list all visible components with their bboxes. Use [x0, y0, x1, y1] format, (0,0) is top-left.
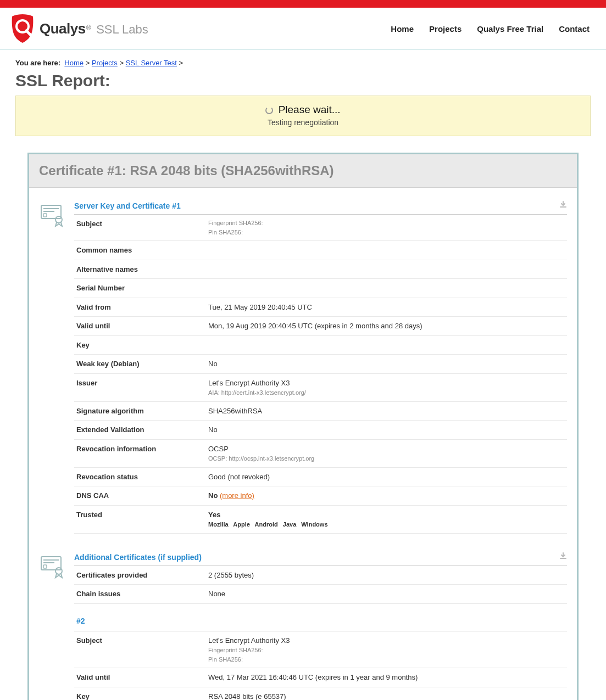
section-title: Server Key and Certificate #1: [74, 201, 181, 210]
revinfo-sub: OCSP: http://ocsp.int-x3.letsencrypt.org: [208, 454, 565, 463]
status-subtext: Testing renegotiation: [21, 118, 585, 127]
row-value: [206, 260, 567, 279]
trusted-android: Android: [255, 521, 278, 528]
cert2-number: #2: [76, 608, 565, 627]
table-row: Trusted Yes Mozilla Apple Android Java W…: [74, 505, 567, 533]
breadcrumb: You are here: Home > Projects > SSL Serv…: [15, 59, 591, 67]
row-label: Alternative names: [74, 260, 206, 279]
spinner-icon: [265, 107, 273, 114]
row-label-trusted: Trusted: [74, 505, 206, 533]
status-box: Please wait... Testing renegotiation: [15, 96, 591, 136]
trusted-java: Java: [283, 521, 296, 528]
status-wait-text: Please wait...: [279, 104, 341, 115]
subject-value: Let's Encrypt Authority X3: [208, 635, 565, 646]
dnscaa-value: No: [208, 491, 218, 500]
row-label: Weak key (Debian): [74, 355, 206, 374]
nav-projects[interactable]: Projects: [429, 24, 462, 33]
subject-fingerprint: Fingerprint SHA256:: [208, 646, 565, 655]
row-label: Valid until: [74, 317, 206, 336]
subject-fingerprint: Fingerprint SHA256:: [208, 219, 565, 228]
breadcrumb-ssltest[interactable]: SSL Server Test: [126, 59, 177, 67]
dnscaa-more-info-link[interactable]: (more info): [220, 491, 254, 500]
row-label: Serial Number: [74, 279, 206, 298]
svg-rect-9: [43, 565, 47, 568]
header: Qualys® SSL Labs Home Projects Qualys Fr…: [0, 8, 606, 50]
table-row: #2: [74, 603, 567, 631]
nav-home[interactable]: Home: [391, 24, 414, 33]
row-value: [206, 335, 567, 355]
brand-name: Qualys: [40, 20, 86, 37]
subject-pin: Pin SHA256:: [208, 228, 565, 237]
row-label: Subject: [74, 631, 206, 668]
certificate-icon: [39, 201, 65, 534]
breadcrumb-label: You are here:: [15, 59, 60, 67]
row-value: [206, 241, 567, 260]
row-value: [206, 279, 567, 298]
row-value: Mon, 19 Aug 2019 20:40:45 UTC (expires i…: [206, 317, 567, 336]
row-value: Tue, 21 May 2019 20:40:45 UTC: [206, 298, 567, 317]
shield-icon: [10, 13, 35, 44]
breadcrumb-home[interactable]: Home: [64, 59, 84, 67]
table-row: Key: [74, 335, 567, 355]
row-label: Common names: [74, 241, 206, 260]
row-label: Subject: [74, 215, 206, 241]
svg-point-5: [55, 216, 62, 223]
section-title: Additional Certificates (if supplied): [74, 553, 202, 562]
certificate-panel: Certificate #1: RSA 2048 bits (SHA256wit…: [27, 153, 579, 700]
table-row: Certificates provided2 (2555 bytes): [74, 566, 567, 585]
trusted-apple: Apple: [233, 521, 250, 528]
table-row: Serial Number: [74, 279, 567, 298]
brand-reg: ®: [86, 24, 91, 32]
main-nav: Home Projects Qualys Free Trial Contact: [391, 24, 590, 33]
row-label: Revocation status: [74, 467, 206, 486]
table-row: Valid untilMon, 19 Aug 2019 20:40:45 UTC…: [74, 317, 567, 336]
section-additional-certs: Additional Certificates (if supplied) Ce…: [29, 539, 577, 701]
nav-contact[interactable]: Contact: [559, 24, 590, 33]
row-label: Key: [74, 335, 206, 355]
row-label: Key: [74, 687, 206, 700]
table-row: Extended ValidationNo: [74, 421, 567, 440]
issuer-aia: AIA: http://cert.int-x3.letsencrypt.org/: [208, 388, 565, 397]
certificate-icon: [39, 552, 65, 701]
nav-trial[interactable]: Qualys Free Trial: [477, 24, 543, 33]
table-row: DNS CAA No (more info): [74, 486, 567, 506]
svg-rect-4: [43, 214, 47, 217]
row-label: Valid from: [74, 298, 206, 317]
cert1-table: Subject Fingerprint SHA256: Pin SHA256: …: [74, 215, 567, 534]
qualys-logo[interactable]: Qualys® SSL Labs: [10, 13, 148, 44]
download-icon[interactable]: [559, 201, 567, 211]
revinfo-value: OCSP: [208, 444, 565, 455]
trusted-value: Yes: [208, 509, 565, 520]
row-value: RSA 2048 bits (e 65537): [206, 687, 567, 700]
row-value: Good (not revoked): [206, 467, 567, 486]
top-red-bar: [0, 0, 606, 8]
row-value: SHA256withRSA: [206, 401, 567, 421]
table-row: Common names: [74, 241, 567, 260]
breadcrumb-projects[interactable]: Projects: [92, 59, 118, 67]
certificate-header: Certificate #1: RSA 2048 bits (SHA256wit…: [29, 154, 577, 188]
row-label: Signature algorithm: [74, 401, 206, 421]
row-value: None: [206, 585, 567, 604]
table-row: Revocation statusGood (not revoked): [74, 467, 567, 486]
row-value: No: [206, 355, 567, 374]
table-row: Revocation information OCSP OCSP: http:/…: [74, 439, 567, 467]
subject-pin: Pin SHA256:: [208, 655, 565, 664]
row-label: Chain issues: [74, 585, 206, 604]
table-row: Valid untilWed, 17 Mar 2021 16:40:46 UTC…: [74, 668, 567, 687]
row-value: Wed, 17 Mar 2021 16:40:46 UTC (expires i…: [206, 668, 567, 687]
table-row: Subject Fingerprint SHA256: Pin SHA256:: [74, 215, 567, 241]
row-label: Issuer: [74, 373, 206, 401]
download-icon[interactable]: [559, 552, 567, 562]
row-value: 2 (2555 bytes): [206, 566, 567, 585]
brand-sublabel: SSL Labs: [96, 23, 148, 36]
row-label: Valid until: [74, 668, 206, 687]
table-row: Alternative names: [74, 260, 567, 279]
table-row: Subject Let's Encrypt Authority X3 Finge…: [74, 631, 567, 668]
table-row: Chain issuesNone: [74, 585, 567, 604]
row-label-dnscaa: DNS CAA: [74, 486, 206, 506]
section-server-key: Server Key and Certificate #1 Subject Fi…: [29, 188, 577, 534]
table-row: Issuer Let's Encrypt Authority X3 AIA: h…: [74, 373, 567, 401]
cert2-table: Certificates provided2 (2555 bytes) Chai…: [74, 566, 567, 701]
table-row: KeyRSA 2048 bits (e 65537): [74, 687, 567, 700]
row-label: Certificates provided: [74, 566, 206, 585]
